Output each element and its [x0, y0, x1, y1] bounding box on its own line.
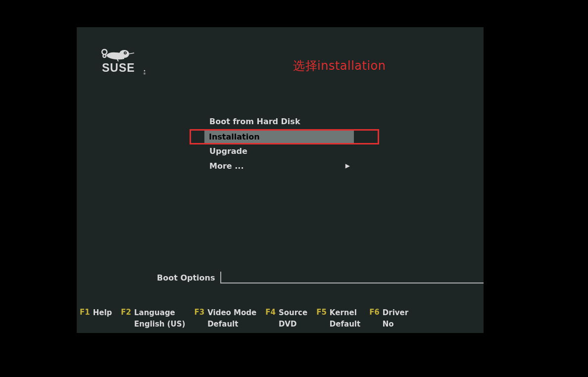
fkey-labels: Video Mode Default — [207, 307, 256, 330]
boot-screen: SUSE ® 选择installation Boot from Hard Dis… — [77, 27, 484, 333]
fkey-value: Default — [330, 319, 360, 330]
boot-options-input[interactable] — [220, 272, 484, 283]
fkey-value: Default — [207, 319, 256, 330]
boot-menu: Boot from Hard Disk Installation Upgrade… — [207, 114, 356, 174]
fkey-key: F4 — [265, 307, 276, 317]
fkey-label: Source — [279, 307, 307, 319]
fkey-key: F2 — [121, 307, 131, 317]
chameleon-icon: SUSE ® — [100, 43, 150, 75]
fkey-label: Help — [93, 307, 112, 319]
fkey-labels: Kernel Default — [330, 307, 360, 330]
menu-item-upgrade[interactable]: Upgrade — [207, 144, 356, 158]
submenu-arrow-icon: ▶ — [345, 162, 350, 169]
fkey-label: Language — [134, 307, 185, 319]
fkey-help[interactable]: F1 Help — [80, 307, 112, 330]
suse-logo-text: SUSE — [102, 61, 135, 74]
fkey-key: F6 — [369, 307, 380, 317]
fkey-labels: Language English (US) — [134, 307, 185, 330]
fkey-value: DVD — [279, 319, 307, 330]
menu-item-boot-hard-disk[interactable]: Boot from Hard Disk — [207, 114, 356, 128]
boot-options-label: Boot Options — [157, 273, 215, 283]
menu-item-label: Installation — [209, 132, 260, 141]
fkey-key: F1 — [80, 307, 90, 317]
fkey-language[interactable]: F2 Language English (US) — [121, 307, 185, 330]
menu-item-label: Boot from Hard Disk — [209, 117, 300, 126]
menu-item-label: More ... — [209, 161, 244, 171]
fkeys-row: F1 Help F2 Language English (US) F3 Vide… — [80, 307, 481, 330]
annotation-text: 选择installation — [293, 58, 386, 74]
fkey-label: Video Mode — [207, 307, 256, 319]
fkey-value: English (US) — [134, 319, 185, 330]
fkey-key: F5 — [316, 307, 327, 317]
suse-logo: SUSE ® — [100, 43, 150, 75]
fkey-labels: Help — [93, 307, 112, 319]
boot-options-row: Boot Options — [157, 272, 484, 283]
fkey-kernel[interactable]: F5 Kernel Default — [316, 307, 360, 330]
fkey-value: No — [383, 319, 408, 330]
svg-point-3 — [144, 70, 146, 72]
fkey-label: Kernel — [330, 307, 360, 319]
fkey-key: F3 — [194, 307, 204, 317]
menu-item-installation[interactable]: Installation — [207, 129, 356, 143]
svg-point-2 — [125, 52, 126, 53]
fkey-source[interactable]: F4 Source DVD — [265, 307, 307, 330]
fkey-video-mode[interactable]: F3 Video Mode Default — [194, 307, 256, 330]
fkey-labels: Driver No — [383, 307, 408, 330]
menu-item-label: Upgrade — [209, 146, 247, 156]
menu-item-selected-bg: Installation — [204, 131, 354, 143]
fkey-labels: Source DVD — [279, 307, 307, 330]
menu-item-more[interactable]: More ... ▶ — [207, 159, 356, 173]
svg-text:®: ® — [143, 72, 146, 75]
fkey-driver[interactable]: F6 Driver No — [369, 307, 408, 330]
fkey-label: Driver — [383, 307, 408, 319]
